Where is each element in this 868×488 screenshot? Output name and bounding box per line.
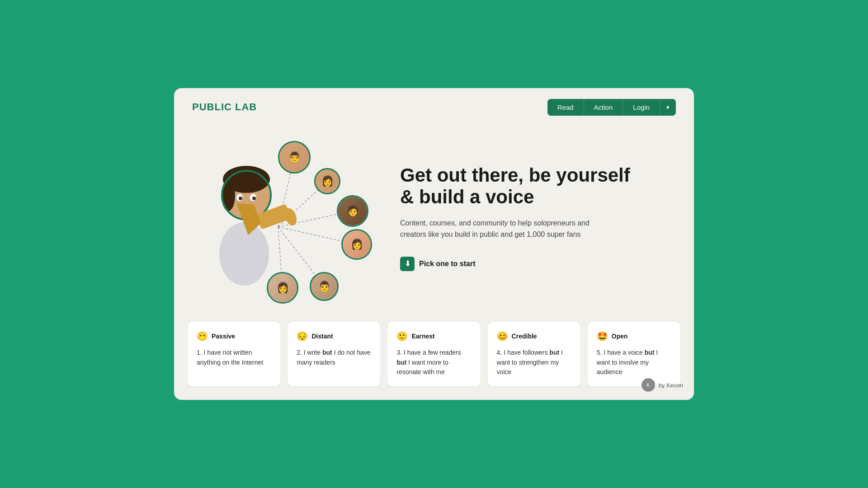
card-title: Credible xyxy=(512,333,537,340)
pick-cta: ⬇ Pick one to start xyxy=(400,257,667,271)
hero-section: 👨 👩 🧑 👩 👨 👩 Get out there, be yourself xyxy=(174,123,694,317)
card-emoji: 🙂 xyxy=(396,331,408,342)
card-emoji: 🤩 xyxy=(597,331,608,342)
footer-credit: K by Kevon xyxy=(642,378,683,392)
card-body: 3. I have a few readers but I want more … xyxy=(396,348,471,377)
svg-point-14 xyxy=(252,197,256,200)
avatar-2: 👩 xyxy=(314,168,340,194)
card-header: 😶Passive xyxy=(197,331,271,342)
card-body: 2. I write but I do not have many reader… xyxy=(297,348,371,367)
avatar-6: 👩 xyxy=(267,272,298,304)
nav-buttons: Read Action Login ▾ xyxy=(547,99,676,116)
hero-illustration: 👨 👩 🧑 👩 👨 👩 xyxy=(192,132,382,304)
avatar-1: 👨 xyxy=(278,141,311,174)
avatar-3: 🧑 xyxy=(337,195,368,227)
cards-section: 😶Passive1. I have not written anything o… xyxy=(174,317,694,400)
svg-point-13 xyxy=(239,197,242,200)
card-header: 😊Credible xyxy=(497,331,571,342)
card-distant[interactable]: 😔Distant2. I write but I do not have man… xyxy=(288,322,380,386)
card-emoji: 😔 xyxy=(297,331,308,342)
card-passive[interactable]: 😶Passive1. I have not written anything o… xyxy=(188,322,280,386)
navbar: PUBLIC LAB Read Action Login ▾ xyxy=(174,88,694,123)
card-header: 😔Distant xyxy=(297,331,371,342)
card-body: 1. I have not written anything on the In… xyxy=(197,348,271,367)
action-button[interactable]: Action xyxy=(584,99,623,116)
card-header: 🙂Earnest xyxy=(396,331,471,342)
card-emoji: 😶 xyxy=(197,331,208,342)
card-earnest[interactable]: 🙂Earnest3. I have a few readers but I wa… xyxy=(387,322,480,386)
pick-icon: ⬇ xyxy=(400,257,415,271)
logo: PUBLIC LAB xyxy=(192,101,257,113)
card-header: 🤩Open xyxy=(597,331,671,342)
credit-text: by Kevon xyxy=(659,382,683,389)
svg-point-9 xyxy=(222,179,235,211)
svg-point-6 xyxy=(219,222,269,286)
card-title: Open xyxy=(612,333,628,340)
avatar-5: 👨 xyxy=(310,272,339,301)
main-container: PUBLIC LAB Read Action Login ▾ xyxy=(174,88,694,400)
card-title: Passive xyxy=(212,333,235,340)
card-title: Earnest xyxy=(411,333,434,340)
dropdown-button[interactable]: ▾ xyxy=(660,99,676,116)
card-open[interactable]: 🤩Open5. I have a voice but I want to inv… xyxy=(588,322,680,386)
read-button[interactable]: Read xyxy=(547,99,584,116)
hero-text: Get out there, be yourself & build a voi… xyxy=(400,164,667,271)
card-title: Distant xyxy=(311,333,333,340)
login-button[interactable]: Login xyxy=(623,99,660,116)
card-emoji: 😊 xyxy=(497,331,508,342)
card-body: 4. I have followers but I want to streng… xyxy=(497,348,571,377)
card-body: 5. I have a voice but I want to involve … xyxy=(597,348,671,377)
credit-avatar: K xyxy=(642,378,655,392)
card-credible[interactable]: 😊Credible4. I have followers but I want … xyxy=(488,322,580,386)
pick-cta-text: Pick one to start xyxy=(419,260,475,268)
hero-subtitle: Content, courses, and community to help … xyxy=(400,217,590,240)
avatar-4: 👩 xyxy=(341,229,372,260)
hero-title: Get out there, be yourself & build a voi… xyxy=(400,164,667,208)
